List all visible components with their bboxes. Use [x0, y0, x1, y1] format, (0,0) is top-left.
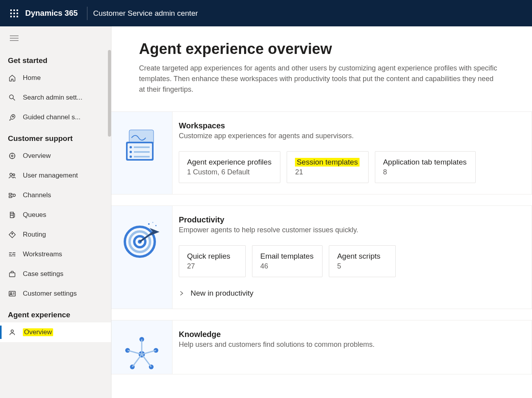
svg-rect-19 [9, 193, 11, 195]
tile-application-tab-templates[interactable]: Application tab templates 8 [375, 151, 476, 183]
sidebar-item-label: Queues [23, 211, 46, 219]
svg-point-42 [152, 222, 154, 223]
svg-point-15 [9, 153, 15, 159]
waffle-menu[interactable] [5, 4, 24, 23]
sidebar-item-label: Guided channel s... [23, 113, 80, 121]
network-icon [122, 335, 161, 374]
svg-point-43 [156, 225, 157, 226]
sidebar-item-overview-ae[interactable]: Overview [0, 322, 111, 342]
svg-rect-30 [134, 146, 150, 148]
svg-point-18 [13, 174, 15, 176]
tile-meta: 21 [295, 168, 359, 176]
card-productivity-illu [111, 206, 172, 309]
app-title: Customer Service admin center [93, 9, 198, 18]
section-agent-experience: Agent experience [0, 304, 111, 322]
tile-title: Quick replies [187, 252, 237, 261]
workstreams-icon [8, 250, 17, 258]
section-customer-support: Customer support [0, 127, 111, 146]
hamburger-icon [10, 35, 19, 41]
sidebar-item-channels[interactable]: Channels [0, 185, 111, 205]
tile-quick-replies[interactable]: Quick replies 27 [179, 245, 246, 277]
sidebar-item-queues[interactable]: Queues [0, 205, 111, 225]
svg-rect-5 [17, 13, 18, 14]
sidebar-item-label: Overview [23, 152, 51, 160]
home-icon [8, 74, 17, 82]
svg-rect-20 [9, 196, 11, 198]
page-description: Create targeted app experiences for agen… [139, 63, 501, 95]
sidebar-item-label: Routing [23, 231, 46, 239]
rocket-icon [8, 113, 17, 121]
waffle-icon [10, 9, 18, 17]
svg-rect-0 [10, 9, 12, 11]
card-workspaces-heading: Workspaces [179, 121, 522, 130]
users-icon [8, 172, 17, 180]
svg-rect-22 [9, 273, 15, 277]
sidebar-item-guided-channel[interactable]: Guided channel s... [0, 107, 111, 127]
svg-rect-8 [17, 16, 18, 17]
svg-point-25 [11, 330, 13, 332]
workspaces-icon [122, 126, 161, 165]
svg-line-13 [13, 98, 15, 100]
svg-rect-1 [13, 9, 15, 11]
routing-icon [8, 231, 17, 239]
card-productivity-heading: Productivity [179, 215, 522, 224]
sidebar-toggle[interactable] [6, 30, 23, 47]
svg-rect-32 [134, 151, 150, 153]
svg-point-17 [10, 173, 12, 176]
sidebar-item-overview-cs[interactable]: Overview [0, 146, 111, 166]
tile-title: Agent experience profiles [187, 158, 271, 167]
person-icon [8, 328, 17, 336]
card-knowledge: Knowledge Help users and customers find … [111, 320, 532, 374]
page-title: Agent experience overview [139, 41, 532, 57]
sidebar-item-label: Home [23, 74, 41, 82]
overview-icon [8, 152, 17, 160]
sidebar-item-label: Channels [23, 191, 51, 199]
sidebar: Get started Home Search admin sett... Gu… [0, 26, 111, 398]
main-content: Agent experience overview Create targete… [111, 26, 532, 398]
section-get-started: Get started [0, 49, 111, 68]
tile-meta: 5 [337, 262, 387, 270]
svg-point-14 [13, 116, 14, 117]
tile-meta: 1 Custom, 6 Default [187, 168, 271, 176]
channels-icon [8, 191, 17, 199]
queues-icon [8, 211, 17, 219]
svg-point-16 [11, 155, 13, 157]
sidebar-item-search-admin[interactable]: Search admin sett... [0, 88, 111, 107]
svg-rect-23 [9, 291, 15, 296]
tile-meta: 8 [383, 168, 467, 176]
chevron-right-icon [179, 291, 184, 296]
svg-point-21 [13, 194, 15, 196]
svg-rect-34 [134, 156, 150, 157]
svg-rect-7 [13, 16, 15, 17]
svg-rect-2 [17, 9, 18, 11]
svg-rect-3 [10, 13, 12, 14]
svg-point-24 [10, 292, 12, 294]
tile-title: Agent scripts [337, 252, 387, 261]
sidebar-item-label: Workstreams [23, 250, 62, 258]
tile-meta: 27 [187, 262, 237, 270]
card-knowledge-illu [111, 320, 172, 374]
contact-card-icon [8, 290, 17, 298]
svg-rect-6 [10, 16, 12, 17]
tile-agent-scripts[interactable]: Agent scripts 5 [329, 245, 396, 277]
sidebar-item-customer-settings[interactable]: Customer settings [0, 284, 111, 304]
target-icon [122, 220, 161, 259]
card-productivity-sub: Empower agents to help resolve customer … [179, 226, 522, 234]
sidebar-item-home[interactable]: Home [0, 68, 111, 88]
svg-point-41 [148, 223, 150, 225]
tile-email-templates[interactable]: Email templates 46 [252, 245, 323, 277]
sidebar-item-case-settings[interactable]: Case settings [0, 264, 111, 284]
link-new-in-productivity[interactable]: New in productivity [179, 289, 522, 298]
brand-name[interactable]: Dynamics 365 [25, 9, 78, 18]
sidebar-item-label: Search admin sett... [23, 94, 82, 102]
sidebar-item-workstreams[interactable]: Workstreams [0, 244, 111, 264]
sidebar-item-user-management[interactable]: User management [0, 166, 111, 185]
tile-session-templates[interactable]: Session templates 21 [287, 151, 368, 183]
sidebar-item-routing[interactable]: Routing [0, 225, 111, 244]
sidebar-item-label: Case settings [23, 270, 63, 278]
svg-line-52 [142, 354, 151, 367]
sidebar-scroll-thumb[interactable] [108, 50, 111, 137]
briefcase-icon [8, 270, 17, 278]
tile-agent-experience-profiles[interactable]: Agent experience profiles 1 Custom, 6 De… [179, 151, 280, 183]
card-productivity: Productivity Empower agents to help reso… [111, 205, 532, 309]
